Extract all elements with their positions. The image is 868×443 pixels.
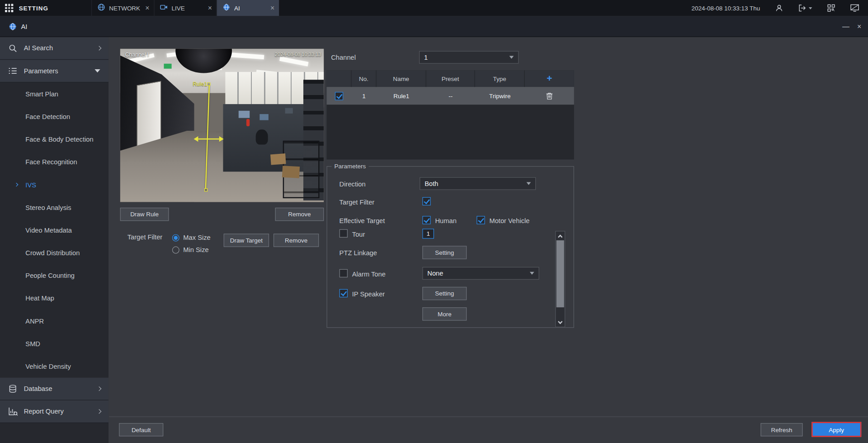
target-filter-label: Target Filter: [340, 198, 375, 206]
row-type: Tripwire: [475, 87, 525, 105]
delete-rule-icon[interactable]: [546, 92, 553, 100]
qr-code-icon[interactable]: [827, 4, 835, 12]
tab-ai[interactable]: AI ×: [217, 0, 279, 16]
sidebar-item-video-metadata[interactable]: Video Metadata: [0, 219, 108, 241]
sidebar-item-label: Smart Plan: [25, 90, 58, 98]
rule-handle-top[interactable]: [207, 82, 210, 86]
direction-value: Both: [425, 180, 438, 187]
type-column-header: Type: [475, 70, 525, 87]
scroll-up-icon[interactable]: [556, 232, 565, 240]
footer-divider: [109, 416, 868, 417]
sidebar-item-label: Face Detection: [25, 113, 70, 120]
tripwire-rule: Rule1: [120, 49, 324, 202]
setting-launcher[interactable]: SETTING: [0, 0, 91, 16]
max-size-label: Max Size: [183, 233, 210, 241]
more-button[interactable]: More: [422, 307, 467, 320]
human-label: Human: [435, 217, 456, 225]
tour-label: Tour: [352, 230, 365, 238]
rules-table-header: No. Name Preset Type +: [326, 70, 574, 87]
sidebar-item-face-body-detection[interactable]: Face & Body Detection: [0, 128, 108, 151]
ip-speaker-setting-button[interactable]: Setting: [422, 287, 467, 300]
sidebar-item-label: SMD: [25, 340, 40, 348]
parameters-groupbox: Parameters Direction Both Target Filter …: [326, 166, 574, 328]
row-name: Rule1: [377, 87, 426, 105]
add-rule-cell: +: [525, 70, 574, 87]
alarm-tone-checkbox[interactable]: [340, 269, 348, 277]
sidebar-item-parameters[interactable]: Parameters: [0, 60, 108, 82]
direction-arrow-icon: [194, 136, 224, 142]
min-size-radio[interactable]: Min Size: [172, 246, 209, 253]
sidebar-item-smart-plan[interactable]: Smart Plan: [0, 82, 108, 105]
chevron-down-icon: [809, 7, 812, 9]
remove-target-button[interactable]: Remove: [274, 233, 319, 247]
default-button[interactable]: Default: [119, 423, 163, 436]
sidebar-item-anpr[interactable]: ANPR: [0, 310, 108, 332]
rules-table: No. Name Preset Type + 1 Rule1 -- Tripwi…: [326, 70, 574, 159]
sidebar-item-label: IVS: [25, 181, 36, 189]
motor-vehicle-checkbox[interactable]: [476, 216, 485, 224]
select-column-header: [326, 70, 351, 87]
rule-handle-bottom[interactable]: [204, 188, 208, 191]
sidebar-item-ivs[interactable]: IVS: [0, 173, 108, 196]
scrollbar-thumb[interactable]: [557, 240, 564, 307]
display-icon[interactable]: [850, 4, 859, 12]
human-checkbox[interactable]: [422, 216, 430, 224]
sidebar-item-report-query[interactable]: Report Query: [0, 400, 108, 423]
tab-ai-close-icon[interactable]: ×: [270, 5, 274, 12]
remove-rule-button[interactable]: Remove: [275, 208, 324, 221]
motor-vehicle-label: Motor Vehicle: [489, 217, 529, 225]
sidebar-item-heat-map[interactable]: Heat Map: [0, 287, 108, 310]
tab-live[interactable]: LIVE ×: [154, 0, 216, 16]
sidebar-item-stereo-analysis[interactable]: Stereo Analysis: [0, 196, 108, 219]
channel-name-overlay: Channel I: [125, 52, 149, 57]
minimize-icon[interactable]: —: [842, 23, 849, 30]
sidebar-item-face-detection[interactable]: Face Detection: [0, 105, 108, 128]
sidebar-item-label: Face & Body Detection: [25, 135, 93, 143]
alarm-tone-select[interactable]: None: [422, 267, 539, 280]
video-preview-canvas[interactable]: Channel I 2024-08-08 10:33:13 Rule1: [120, 49, 324, 202]
timestamp-overlay: 2024-08-08 10:33:13: [275, 52, 321, 57]
list-icon: [8, 67, 18, 75]
row-checkbox[interactable]: [335, 92, 343, 100]
sidebar-item-smd[interactable]: SMD: [0, 332, 108, 355]
tab-network[interactable]: NETWORK ×: [91, 0, 154, 16]
ip-speaker-checkbox[interactable]: [340, 289, 348, 297]
sidebar-item-face-recognition[interactable]: Face Recognition: [0, 151, 108, 173]
sidebar-item-vehicle-density[interactable]: Vehicle Density: [0, 355, 108, 377]
refresh-button[interactable]: Refresh: [760, 423, 802, 436]
app-root: SETTING NETWORK × LIVE × AI × 2024-08-08…: [0, 0, 868, 443]
max-size-radio[interactable]: Max Size: [172, 233, 211, 241]
tour-input[interactable]: [422, 229, 434, 238]
tab-network-close-icon[interactable]: ×: [145, 5, 149, 12]
tab-live-close-icon[interactable]: ×: [208, 5, 212, 12]
direction-label: Direction: [340, 181, 366, 188]
sidebar-item-label: ANPR: [25, 317, 44, 325]
channel-select[interactable]: 1: [419, 51, 519, 64]
sidebar-item-database[interactable]: Database: [0, 378, 108, 400]
scroll-down-icon[interactable]: [556, 319, 565, 327]
close-icon[interactable]: ×: [857, 23, 861, 30]
table-row[interactable]: 1 Rule1 -- Tripwire: [326, 87, 574, 105]
sidebar-item-crowd-distribution[interactable]: Crowd Distribution: [0, 242, 108, 264]
sidebar-item-label: Crowd Distribution: [25, 249, 80, 257]
user-icon[interactable]: [775, 4, 783, 12]
alarm-tone-value: None: [427, 269, 443, 277]
ip-speaker-label: IP Speaker: [352, 290, 385, 298]
add-rule-button[interactable]: +: [547, 73, 552, 84]
no-column-header: No.: [352, 70, 377, 87]
draw-target-button[interactable]: Draw Target: [224, 233, 269, 247]
tour-checkbox[interactable]: [340, 229, 348, 238]
target-filter-checkbox[interactable]: [422, 197, 430, 205]
tab-ai-label: AI: [234, 5, 240, 11]
apply-button[interactable]: Apply: [811, 422, 861, 437]
ptz-setting-button[interactable]: Setting: [422, 246, 467, 259]
radio-selected-icon: [172, 234, 179, 241]
sidebar-item-people-counting[interactable]: People Counting: [0, 264, 108, 287]
ptz-linkage-label: PTZ Linkage: [340, 249, 377, 257]
min-size-label: Min Size: [183, 246, 208, 253]
direction-select[interactable]: Both: [420, 177, 536, 190]
sidebar-item-ai-search[interactable]: AI Search: [0, 37, 108, 60]
live-camera-icon: [160, 3, 168, 13]
logout-icon[interactable]: [798, 4, 812, 12]
draw-rule-button[interactable]: Draw Rule: [120, 208, 169, 221]
